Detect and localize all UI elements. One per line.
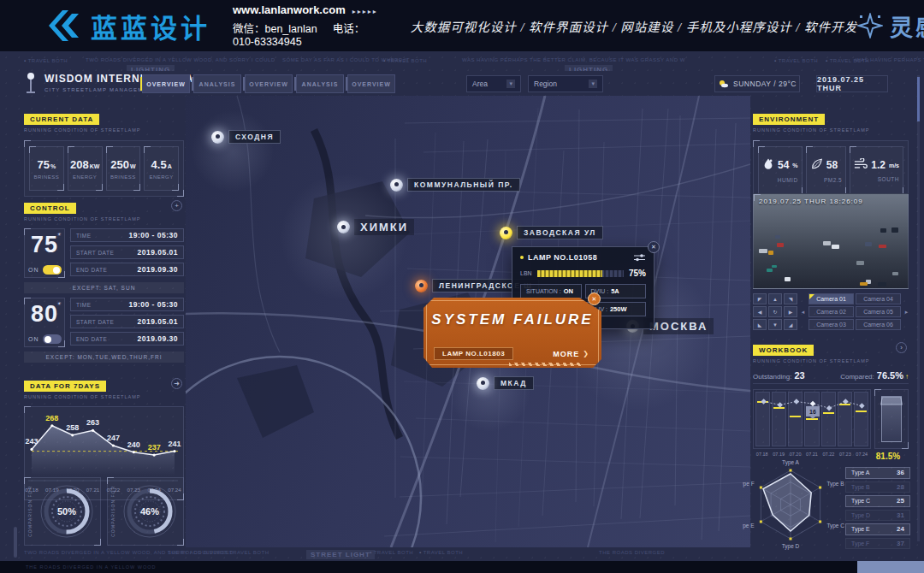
decor-checkbox-label: TRAVEL BOTH	[383, 58, 427, 63]
radar-chart: Type AType BType CType DType EType F	[743, 460, 850, 552]
sliders-icon[interactable]	[633, 253, 646, 262]
schedule-field-end-date[interactable]: END DATE2019.09.30	[70, 332, 184, 346]
total-prism	[874, 389, 909, 449]
tab-overview-4[interactable]: OVERVIEW	[347, 74, 395, 93]
scrollbar-pill[interactable]	[14, 527, 17, 558]
current-stats: 75%BRINESS208KWENERGY250WBRINESS4.5AENER…	[24, 140, 184, 197]
brand-name: 蓝蓝设计	[91, 7, 210, 45]
camera-next-button[interactable]: ▸	[904, 295, 909, 329]
schedule-field-time[interactable]: TIME19:00 - 05:30	[70, 298, 184, 311]
workbook-bar-07.20[interactable]	[788, 392, 803, 446]
power-toggle[interactable]	[43, 334, 62, 344]
close-icon[interactable]: ✕	[648, 241, 660, 253]
map-location-label: МКАД	[494, 376, 534, 390]
city-map[interactable]: СХОДНЯКОММУНАЛЬНЫЙ ПР.ХИМКИЗАВОДСКАЯ УЛЛ…	[186, 96, 750, 547]
tab-overview-0[interactable]: OVERVIEW	[142, 74, 190, 93]
lamp-pin-icon[interactable]	[390, 179, 403, 192]
legend-row-type-f[interactable]: Type F37	[845, 538, 910, 550]
camera-arrow-down-left-button[interactable]: ◣	[753, 319, 767, 330]
decor-text: LIGHTING	[565, 65, 613, 71]
camera-refresh-button[interactable]: ↻	[768, 306, 782, 317]
scrollbar[interactable]	[917, 75, 920, 541]
lbn-progress-bar[interactable]	[537, 270, 624, 277]
lamp-pin-icon[interactable]	[415, 280, 428, 292]
lamp-pin-icon[interactable]	[477, 377, 489, 390]
camera-arrow-left-button[interactable]: ◀	[753, 306, 767, 317]
alert-lamp-id: LAMP NO.L01803	[434, 347, 513, 360]
camera-list: Camera 01Camera 02Camera 03Camera 04Came…	[808, 293, 901, 330]
map-location-label: ЗАВОДСКАЯ УЛ	[517, 226, 603, 239]
lbn-label: LBN	[520, 270, 532, 276]
camera-arrow-up-button[interactable]: ▲	[768, 293, 782, 304]
camera-button-5[interactable]: Camera 05	[856, 306, 901, 317]
panel-subtitle: RUNNING CONDITION OF STREETLAMP	[753, 358, 909, 363]
area-select[interactable]: Area▾	[466, 75, 521, 92]
camera-prev-button[interactable]: ◂	[801, 295, 805, 329]
close-icon[interactable]: ✕	[588, 292, 601, 305]
legend-row-type-a[interactable]: Type A36	[845, 467, 910, 479]
lamp-pin-icon[interactable]	[337, 221, 350, 233]
stat-card: 4.5AENERGY	[144, 146, 179, 191]
bar-tooltip: 16	[806, 406, 820, 416]
workbook-bar-07.23[interactable]	[838, 392, 852, 446]
svg-text:Type A: Type A	[782, 460, 800, 466]
inspiration-collect: 灵感收集	[857, 9, 924, 43]
bottom-bar: THE ROADS DIVERGED IN A YELLOW WOOD	[0, 561, 924, 573]
map-location-label: СХОДНЯ	[228, 130, 281, 144]
vehicle	[823, 241, 832, 245]
panel-title-badge: CONTROL	[24, 203, 76, 214]
camera-arrow-down-right-button[interactable]: ◢	[784, 319, 797, 330]
camera-dpad: ◤▲◥◀↻▶◣▼◢	[753, 293, 797, 330]
page: 蓝蓝设计 www.lanlanwork.com▸▸▸▸▸ 微信：ben_lanl…	[0, 0, 924, 573]
power-toggle[interactable]	[43, 265, 62, 275]
camera-feed[interactable]: 2019.07.25 THUR 18:26:09	[753, 193, 909, 289]
expand-chart-button[interactable]: ➜	[171, 378, 182, 389]
schedule-field-end-date[interactable]: END DATE2019.09.30	[70, 263, 184, 276]
svg-text:Type F: Type F	[743, 481, 755, 487]
date-display: 2019.07.25 THUR	[816, 75, 888, 92]
workbook-bar-07.24[interactable]	[854, 392, 868, 446]
camera-button-2[interactable]: Camera 02	[808, 306, 854, 317]
vehicle	[777, 243, 784, 248]
comparison-gauge-2: COMPARISON FOR46%	[107, 477, 184, 546]
legend-row-type-d[interactable]: Type D31	[845, 510, 910, 522]
lbn-value: 75%	[629, 269, 646, 278]
svg-text:240: 240	[127, 440, 140, 449]
dashboard: TRAVEL BOTHTWO ROADS DIVERGED IN A YELLO…	[0, 51, 924, 561]
schedule-field-start-date[interactable]: START DATE2019.05.01	[70, 315, 184, 328]
camera-button-6[interactable]: Camera 06	[856, 319, 901, 330]
workbook-bar-07.18[interactable]	[755, 392, 770, 446]
expand-workbook-button[interactable]: ›	[896, 342, 907, 353]
tab-analysis-1[interactable]: ANALYSIS	[193, 74, 241, 93]
tab-overview-2[interactable]: OVERVIEW	[245, 74, 293, 93]
workbook-bar-07.22[interactable]	[821, 392, 836, 446]
camera-button-4[interactable]: Camera 04	[856, 293, 901, 304]
add-schedule-button[interactable]: +	[171, 200, 182, 211]
legend-row-type-c[interactable]: Type C25	[845, 495, 910, 507]
region-select[interactable]: Region▾	[528, 75, 603, 92]
camera-button-1[interactable]: Camera 01	[808, 293, 854, 304]
workbook-bar-07.19[interactable]	[772, 392, 786, 446]
decor-text: TRAVEL BOTH	[419, 550, 463, 555]
vehicle	[865, 242, 873, 246]
camera-button-3[interactable]: Camera 03	[808, 319, 854, 330]
decor-strip-top: TRAVEL BOTHTWO ROADS DIVERGED IN A YELLO…	[24, 56, 924, 71]
more-button[interactable]: MORE❯	[553, 350, 589, 358]
control-groups: ☀75ONTIME19:00 - 05:30START DATE2019.05.…	[24, 228, 184, 363]
schedule-field-time[interactable]: TIME19:00 - 05:30	[70, 228, 184, 242]
camera-arrow-up-right-button[interactable]: ◥	[784, 293, 797, 304]
website-link[interactable]: www.lanlanwork.com	[233, 3, 346, 16]
camera-arrow-up-left-button[interactable]: ◤	[753, 293, 767, 304]
schedule-field-start-date[interactable]: START DATE2019.05.01	[70, 245, 184, 259]
humidity-drop-icon	[762, 157, 774, 173]
arrow-up-icon: ↑	[905, 373, 909, 381]
tab-analysis-3[interactable]: ANALYSIS	[296, 74, 344, 93]
legend-row-type-e[interactable]: Type E24	[845, 523, 910, 535]
camera-arrow-right-button[interactable]: ▶	[784, 306, 797, 317]
lamp-pin-icon[interactable]	[211, 131, 224, 144]
vehicle	[880, 228, 887, 233]
map-location-сходня: СХОДНЯ	[211, 130, 281, 144]
camera-arrow-down-button[interactable]: ▼	[768, 319, 782, 330]
lamp-pin-icon[interactable]	[500, 227, 512, 239]
legend-row-type-b[interactable]: Type B28	[845, 481, 910, 493]
